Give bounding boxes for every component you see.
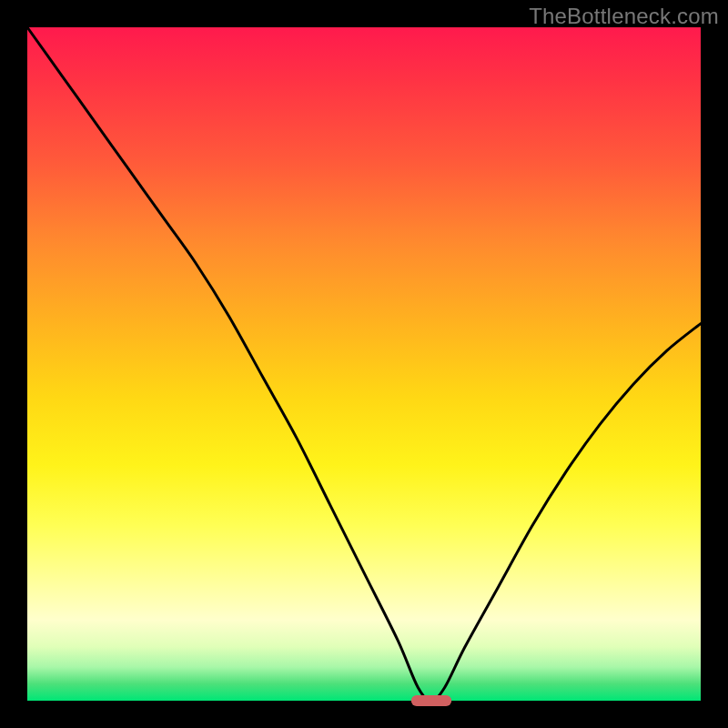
bottleneck-curve	[27, 27, 701, 701]
watermark-text: TheBottleneck.com	[529, 4, 719, 29]
chart-frame: TheBottleneck.com	[0, 0, 728, 728]
bottleneck-curve-svg	[27, 27, 701, 701]
plot-area	[27, 27, 701, 701]
minimum-marker	[411, 695, 451, 706]
